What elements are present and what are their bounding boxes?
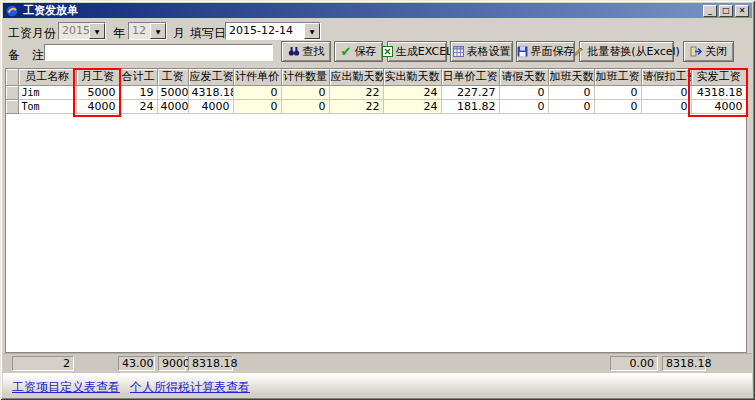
fill-date-value: 2015-12-14: [226, 23, 304, 39]
floppy-icon: [517, 46, 528, 57]
excel-icon: [382, 46, 393, 57]
salary-total: 9000.: [158, 356, 186, 371]
year-select[interactable]: 2015 ▼: [58, 22, 106, 40]
grid-header-row: 员工名称 月工资 合计工 工资 应发工资 计件单价 计件数量 应出勤天数 实出勤…: [6, 69, 746, 85]
ui-save-button[interactable]: 界面保存: [516, 41, 575, 62]
cell-monthly-salary[interactable]: 5000: [76, 85, 119, 99]
save-button[interactable]: ✔ 保存: [334, 41, 383, 62]
table-settings-label: 表格设置: [467, 44, 511, 59]
row-selector[interactable]: [6, 99, 18, 113]
month-unit-label: 月: [173, 25, 185, 42]
exit-door-icon: [690, 46, 702, 57]
col-leave-deduction[interactable]: 请假扣工资: [641, 69, 691, 85]
cell-payable-salary[interactable]: 4000: [188, 99, 233, 113]
batch-replace-label: 批量替换(从Excel): [587, 44, 680, 59]
table-row: Jim 5000 19 5000 4318.18 0 0 22 24 227.2…: [6, 85, 746, 99]
title-bar: 工资发放单 _ □ ✕: [3, 3, 752, 18]
col-expected-days[interactable]: 应出勤天数: [329, 69, 383, 85]
cell-leave-deduction[interactable]: 0: [641, 85, 691, 99]
save-button-label: 保存: [354, 44, 376, 59]
export-excel-label: 生成EXCEL: [396, 44, 452, 59]
col-payable-salary[interactable]: 应发工资: [188, 69, 233, 85]
table-row: Tom 4000 24 4000 4000 0 0 22 24 181.82 0…: [6, 99, 746, 113]
cell-actual-salary[interactable]: 4318.18: [691, 85, 746, 99]
period-label: 工资月份: [8, 25, 56, 42]
year-value: 2015: [59, 23, 89, 39]
batch-replace-button[interactable]: 批量替换(从Excel): [579, 41, 674, 62]
cell-expected-days[interactable]: 22: [329, 99, 383, 113]
pencil-icon: [573, 46, 584, 57]
cell-total-hours[interactable]: 24: [119, 99, 157, 113]
col-piece-price[interactable]: 计件单价: [233, 69, 281, 85]
payroll-window: 工资发放单 _ □ ✕ 工资月份 2015 ▼ 年 12 ▼ 月 填写日期 20…: [0, 0, 755, 400]
fill-date-select[interactable]: 2015-12-14 ▼: [225, 22, 321, 40]
cell-daily-rate[interactable]: 181.82: [441, 99, 499, 113]
cell-actual-salary[interactable]: 4000: [691, 99, 746, 113]
record-count-total: 2: [12, 356, 74, 371]
payable-total: 8318.18: [188, 356, 233, 371]
check-icon: ✔: [341, 46, 352, 57]
deduction-total: 0.00: [610, 356, 658, 371]
cell-leave-deduction[interactable]: 0: [641, 99, 691, 113]
hours-total: 43.00: [118, 356, 155, 371]
export-excel-button[interactable]: 生成EXCEL: [387, 41, 447, 62]
minimize-button[interactable]: _: [703, 5, 717, 17]
cell-overtime-days[interactable]: 0: [548, 99, 594, 113]
cell-piece-qty[interactable]: 0: [281, 99, 329, 113]
chevron-down-icon[interactable]: ▼: [150, 23, 166, 39]
col-employee-name[interactable]: 员工名称: [18, 69, 76, 85]
close-form-button[interactable]: 关闭: [683, 41, 734, 62]
cell-total-hours[interactable]: 19: [119, 85, 157, 99]
col-piece-qty[interactable]: 计件数量: [281, 69, 329, 85]
binoculars-icon: [288, 46, 300, 57]
note-label: 备 注: [8, 47, 44, 64]
cell-daily-rate[interactable]: 227.27: [441, 85, 499, 99]
cell-leave-days[interactable]: 0: [499, 99, 548, 113]
cell-actual-days[interactable]: 24: [383, 85, 441, 99]
cell-overtime-pay[interactable]: 0: [594, 99, 641, 113]
col-actual-days[interactable]: 实出勤天数: [383, 69, 441, 85]
cell-salary[interactable]: 4000: [157, 99, 188, 113]
cell-employee-name[interactable]: Jim: [18, 85, 76, 99]
income-tax-table-link[interactable]: 个人所得税计算表查看: [130, 379, 250, 396]
salary-item-definition-link[interactable]: 工资项目定义表查看: [12, 379, 120, 396]
row-selector[interactable]: [6, 85, 18, 99]
col-salary[interactable]: 工资: [157, 69, 188, 85]
chevron-down-icon[interactable]: ▼: [89, 23, 105, 39]
cell-payable-salary[interactable]: 4318.18: [188, 85, 233, 99]
cell-employee-name[interactable]: Tom: [18, 99, 76, 113]
cell-leave-days[interactable]: 0: [499, 85, 548, 99]
cell-piece-price[interactable]: 0: [233, 85, 281, 99]
actual-total: 8318.18: [662, 356, 706, 371]
col-overtime-days[interactable]: 加班天数: [548, 69, 594, 85]
col-monthly-salary[interactable]: 月工资: [76, 69, 119, 85]
cell-piece-price[interactable]: 0: [233, 99, 281, 113]
payroll-grid: 员工名称 月工资 合计工 工资 应发工资 计件单价 计件数量 应出勤天数 实出勤…: [5, 68, 747, 353]
note-input[interactable]: [44, 44, 273, 61]
close-form-label: 关闭: [705, 44, 727, 59]
col-daily-rate[interactable]: 日单价工资: [441, 69, 499, 85]
year-unit-label: 年: [113, 25, 125, 42]
maximize-button[interactable]: □: [719, 5, 733, 17]
cell-piece-qty[interactable]: 0: [281, 85, 329, 99]
col-overtime-pay[interactable]: 加班工资: [594, 69, 641, 85]
col-actual-salary[interactable]: 实发工资: [691, 69, 746, 85]
chevron-down-icon[interactable]: ▼: [304, 23, 320, 39]
cell-salary[interactable]: 5000: [157, 85, 188, 99]
find-button[interactable]: 查找: [281, 41, 331, 62]
cell-monthly-salary[interactable]: 4000: [76, 99, 119, 113]
col-total-hours[interactable]: 合计工: [119, 69, 157, 85]
cell-expected-days[interactable]: 22: [329, 85, 383, 99]
window-title: 工资发放单: [23, 3, 78, 18]
cell-actual-days[interactable]: 24: [383, 99, 441, 113]
find-button-label: 查找: [303, 44, 325, 59]
table-grid-icon: [453, 46, 464, 57]
month-select[interactable]: 12 ▼: [128, 22, 167, 40]
table-settings-button[interactable]: 表格设置: [450, 41, 513, 62]
app-icon: [6, 5, 19, 17]
col-leave-days[interactable]: 请假天数: [499, 69, 548, 85]
cell-overtime-days[interactable]: 0: [548, 85, 594, 99]
close-button[interactable]: ✕: [735, 5, 749, 17]
select-all-cell[interactable]: [6, 69, 18, 85]
cell-overtime-pay[interactable]: 0: [594, 85, 641, 99]
